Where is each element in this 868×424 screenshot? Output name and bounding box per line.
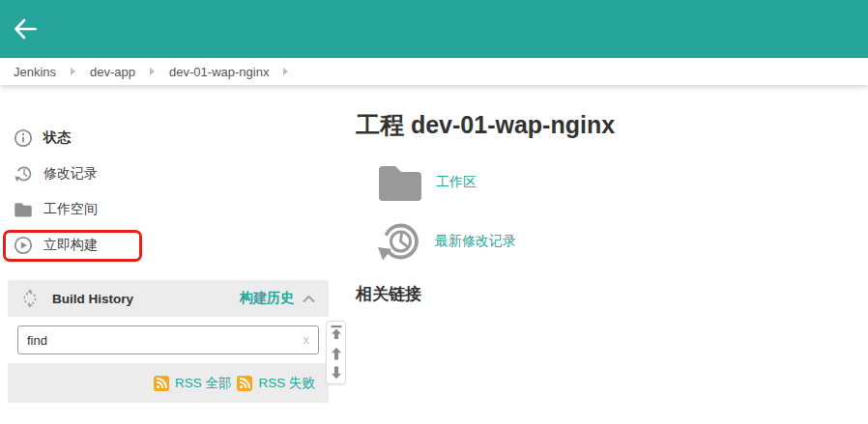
history-icon — [14, 164, 33, 184]
chevron-up-icon[interactable] — [303, 295, 315, 303]
rss-all-label: RSS 全部 — [175, 375, 232, 392]
play-icon — [14, 236, 33, 255]
jenkins-job-page: Jenkins dev-app dev-01-wap-nginx 状态 修改记录 — [0, 0, 868, 424]
build-history-panel: Build History 构建历史 x — [8, 280, 329, 403]
build-history-title-zh[interactable]: 构建历史 — [240, 290, 294, 307]
sidebar-item-label: 立即构建 — [43, 237, 98, 254]
sidebar-item-status[interactable]: 状态 — [14, 127, 71, 149]
sidebar-item-changes[interactable]: 修改记录 — [14, 163, 98, 184]
page-title: 工程 dev-01-wap-nginx — [356, 109, 615, 141]
build-history-footer: RSS 全部 RSS 失败 — [8, 363, 329, 403]
rss-failures-label: RSS 失败 — [258, 375, 315, 392]
latest-changes-link[interactable]: 最新修改记录 — [435, 233, 516, 250]
rss-icon — [237, 376, 252, 391]
breadcrumb-item-jenkins[interactable]: Jenkins — [14, 65, 56, 79]
build-history-header[interactable]: Build History 构建历史 — [8, 280, 329, 317]
sidebar-item-label: 修改记录 — [43, 165, 98, 183]
scroll-down-button[interactable] — [331, 366, 342, 380]
arrow-left-icon — [12, 29, 39, 45]
app-header — [0, 0, 868, 58]
sidebar-item-build-now[interactable]: 立即构建 — [14, 235, 98, 256]
scroll-to-top-button[interactable] — [331, 325, 342, 340]
back-button[interactable] — [12, 15, 41, 44]
related-links-heading: 相关链接 — [356, 283, 421, 305]
workspace-link[interactable]: 工作区 — [436, 174, 477, 191]
breadcrumb: Jenkins dev-app dev-01-wap-nginx — [0, 58, 868, 85]
breadcrumb-item-dev-app[interactable]: dev-app — [90, 65, 135, 79]
clear-search-icon[interactable]: x — [304, 332, 310, 347]
history-icon — [375, 218, 422, 265]
sidebar-item-label: 工作空间 — [43, 201, 98, 218]
folder-icon — [14, 200, 33, 219]
workspace-link-row[interactable]: 工作区 — [377, 162, 477, 203]
rss-all-link[interactable]: RSS 全部 — [154, 375, 232, 392]
build-history-search-input[interactable] — [17, 325, 319, 354]
breadcrumb-item-job[interactable]: dev-01-wap-nginx — [169, 65, 269, 79]
folder-icon — [377, 162, 423, 203]
chevron-right-icon — [71, 68, 75, 75]
trend-icon — [21, 289, 39, 308]
chevron-right-icon — [150, 68, 155, 75]
build-history-title-en: Build History — [52, 292, 133, 306]
sidebar-item-label: 状态 — [43, 129, 71, 147]
sidebar-item-workspace[interactable]: 工作空间 — [14, 199, 98, 220]
rss-icon — [154, 376, 169, 391]
page-scroll-widget — [326, 321, 346, 384]
info-icon — [14, 128, 33, 148]
latest-changes-link-row[interactable]: 最新修改记录 — [375, 218, 516, 265]
scroll-up-button[interactable] — [331, 347, 342, 360]
rss-failures-link[interactable]: RSS 失败 — [237, 375, 315, 392]
chevron-right-icon — [283, 68, 288, 75]
build-history-search-row: x — [8, 317, 329, 363]
